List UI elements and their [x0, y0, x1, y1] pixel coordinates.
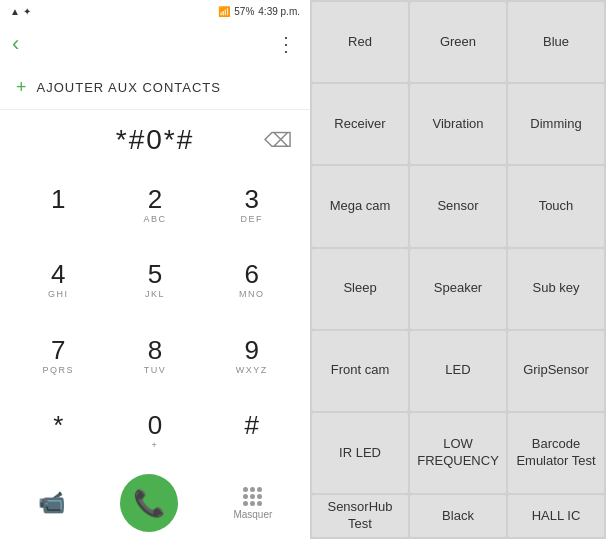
test-btn-mega-cam[interactable]: Mega cam	[312, 166, 408, 246]
plus-icon: +	[16, 77, 27, 98]
dialed-number: *#0*#	[20, 124, 290, 156]
test-btn-sub-key[interactable]: Sub key	[508, 249, 604, 329]
test-btn-hall-ic[interactable]: HALL IC	[508, 495, 604, 537]
test-btn-front-cam[interactable]: Front cam	[312, 331, 408, 411]
key-7[interactable]: 7PQRS	[10, 321, 107, 393]
status-left-icons: ▲ ✦	[10, 6, 31, 17]
test-btn-receiver[interactable]: Receiver	[312, 84, 408, 164]
add-contact-bar[interactable]: + AJOUTER AUX CONTACTS	[0, 66, 310, 110]
left-panel: ▲ ✦ 📶 57% 4:39 p.m. ‹ ⋮ + AJOUTER AUX CO…	[0, 0, 310, 539]
back-button[interactable]: ‹	[12, 31, 19, 57]
video-call-button[interactable]: 📹	[38, 490, 65, 516]
test-btn-speaker[interactable]: Speaker	[410, 249, 506, 329]
test-btn-gripsensor[interactable]: GripSensor	[508, 331, 604, 411]
dialed-number-area: *#0*# ⌫	[0, 110, 310, 170]
test-btn-sensor[interactable]: Sensor	[410, 166, 506, 246]
call-button[interactable]: 📞	[120, 474, 178, 532]
key-8[interactable]: 8TUV	[107, 321, 204, 393]
test-btn-led[interactable]: LED	[410, 331, 506, 411]
keypad: 12ABC3DEF4GHI5JKL6MNO7PQRS8TUV9WXYZ*0+#	[0, 170, 310, 471]
test-btn-black[interactable]: Black	[410, 495, 506, 537]
test-btn-vibration[interactable]: Vibration	[410, 84, 506, 164]
key-3[interactable]: 3DEF	[203, 170, 300, 242]
test-btn-touch[interactable]: Touch	[508, 166, 604, 246]
add-contact-label: AJOUTER AUX CONTACTS	[37, 80, 221, 95]
top-bar: ‹ ⋮	[0, 22, 310, 66]
key-9[interactable]: 9WXYZ	[203, 321, 300, 393]
key-star[interactable]: *	[10, 396, 107, 468]
key-5[interactable]: 5JKL	[107, 245, 204, 317]
test-btn-low-frequency[interactable]: LOW FREQUENCY	[410, 413, 506, 493]
hide-keypad-button[interactable]: Masquer	[233, 487, 272, 520]
status-right-info: 📶 57% 4:39 p.m.	[218, 6, 300, 17]
status-bar: ▲ ✦ 📶 57% 4:39 p.m.	[0, 0, 310, 22]
bottom-bar: 📹 📞 Masquer	[0, 471, 310, 539]
battery-text: 57%	[234, 6, 254, 17]
key-6[interactable]: 6MNO	[203, 245, 300, 317]
test-btn-sensorhub-test[interactable]: SensorHub Test	[312, 495, 408, 537]
test-btn-sleep[interactable]: Sleep	[312, 249, 408, 329]
key-1[interactable]: 1	[10, 170, 107, 242]
test-btn-dimming[interactable]: Dimming	[508, 84, 604, 164]
test-btn-blue[interactable]: Blue	[508, 2, 604, 82]
time-text: 4:39 p.m.	[258, 6, 300, 17]
notification-icons: ▲ ✦	[10, 6, 31, 17]
signal-icon: 📶	[218, 6, 230, 17]
hide-keypad-label: Masquer	[233, 509, 272, 520]
key-0[interactable]: 0+	[107, 396, 204, 468]
key-4[interactable]: 4GHI	[10, 245, 107, 317]
more-options-button[interactable]: ⋮	[276, 32, 298, 56]
test-btn-barcode-emulator-test[interactable]: Barcode Emulator Test	[508, 413, 604, 493]
backspace-button[interactable]: ⌫	[264, 128, 292, 152]
right-panel: RedGreenBlueReceiverVibrationDimmingMega…	[310, 0, 606, 539]
test-btn-ir-led[interactable]: IR LED	[312, 413, 408, 493]
grid-dots-icon	[243, 487, 262, 506]
test-btn-green[interactable]: Green	[410, 2, 506, 82]
key-hash[interactable]: #	[203, 396, 300, 468]
key-2[interactable]: 2ABC	[107, 170, 204, 242]
test-btn-red[interactable]: Red	[312, 2, 408, 82]
